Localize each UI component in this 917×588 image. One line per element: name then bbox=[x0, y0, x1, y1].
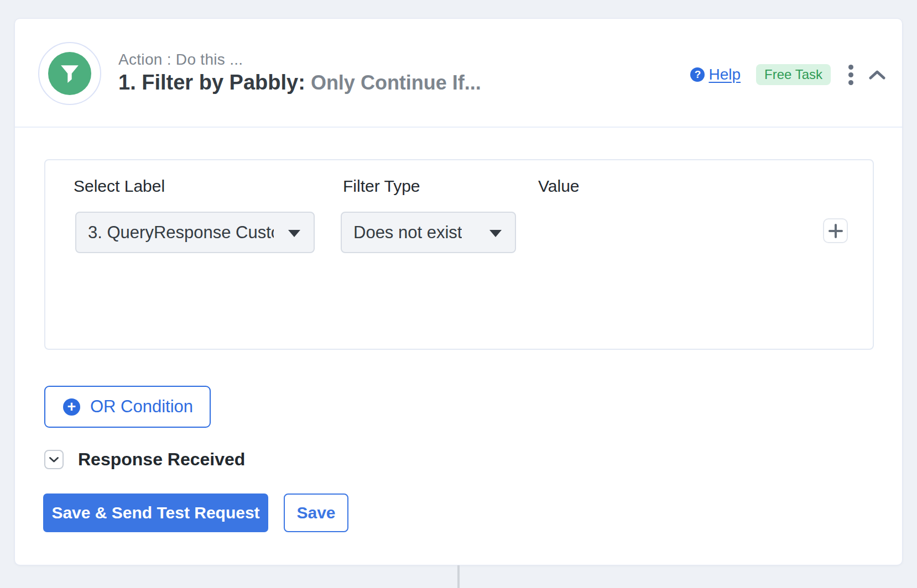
question-circle-icon: ? bbox=[690, 67, 705, 82]
caret-down-icon bbox=[489, 230, 502, 237]
chevron-down-icon bbox=[49, 456, 59, 463]
collapse-step-button[interactable] bbox=[867, 67, 888, 82]
save-send-test-request-button[interactable]: Save & Send Test Request bbox=[43, 494, 268, 532]
funnel-icon bbox=[59, 63, 80, 84]
step-icon-ring bbox=[38, 42, 101, 105]
step-title-row: 1. Filter by Pabbly:Only Continue If... bbox=[118, 71, 481, 95]
select-label-dropdown[interactable]: 3. QueryResponse Custom bbox=[75, 212, 315, 253]
header-actions: ? Help Free Task bbox=[690, 62, 888, 87]
kebab-menu-icon[interactable] bbox=[846, 62, 856, 87]
response-received-label: Response Received bbox=[78, 449, 245, 470]
free-task-badge: Free Task bbox=[756, 64, 831, 85]
workflow-connector-line bbox=[457, 565, 460, 588]
filter-type-dropdown-value: Does not exist bbox=[353, 223, 462, 243]
filter-type-column-header: Filter Type bbox=[343, 177, 420, 196]
save-button[interactable]: Save bbox=[284, 494, 348, 532]
caret-down-icon bbox=[288, 230, 300, 237]
select-label-column-header: Select Label bbox=[74, 177, 165, 196]
filter-condition-panel: Select Label Filter Type Value 3. QueryR… bbox=[44, 159, 874, 350]
or-condition-label: OR Condition bbox=[90, 397, 193, 417]
step-subtitle: Only Continue If... bbox=[311, 71, 481, 94]
help-link[interactable]: ? Help bbox=[690, 66, 741, 83]
or-condition-button[interactable]: + OR Condition bbox=[44, 386, 211, 428]
response-toggle-button[interactable] bbox=[44, 450, 64, 469]
value-column-header: Value bbox=[538, 177, 580, 196]
step-title: 1. Filter by Pabbly: bbox=[118, 71, 305, 94]
filter-type-dropdown[interactable]: Does not exist bbox=[341, 212, 516, 253]
step-kicker: Action : Do this ... bbox=[118, 51, 243, 69]
filter-app-icon bbox=[48, 52, 91, 95]
plus-circle-icon: + bbox=[63, 398, 80, 416]
chevron-up-icon bbox=[869, 70, 885, 80]
add-condition-row-button[interactable] bbox=[823, 218, 848, 243]
plus-icon bbox=[829, 224, 843, 238]
action-step-card: Action : Do this ... 1. Filter by Pabbly… bbox=[14, 18, 903, 565]
header-divider bbox=[15, 127, 902, 128]
select-label-dropdown-value: 3. QueryResponse Custom bbox=[88, 223, 274, 243]
help-link-label: Help bbox=[708, 66, 741, 83]
